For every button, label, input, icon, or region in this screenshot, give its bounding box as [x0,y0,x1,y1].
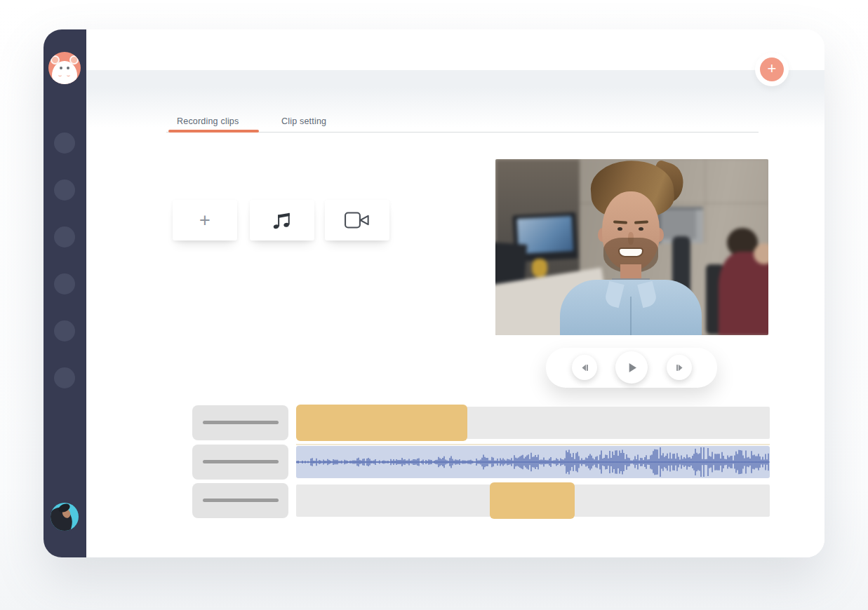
label-placeholder-bar [203,460,279,463]
sidebar-nav-item-1[interactable] [54,133,75,154]
video-preview[interactable] [495,159,768,335]
logo-face [52,61,77,84]
user-avatar[interactable] [51,503,79,531]
track-3-clip[interactable] [490,482,575,519]
track-2-label[interactable] [192,445,288,480]
sidebar-nav-item-5[interactable] [54,320,75,341]
plus-icon: + [760,57,784,81]
logo-eye [60,67,62,69]
logo-eye [67,67,69,69]
music-note-icon [270,208,294,232]
next-frame-button[interactable] [667,355,692,380]
audio-waveform [296,446,770,478]
logo-nostril [58,74,62,76]
play-icon [625,361,639,374]
label-placeholder-bar [203,421,279,424]
sidebar-nav-item-3[interactable] [54,226,75,248]
step-back-icon [580,362,590,373]
main-content: + Recording clips Clip setting + [86,29,824,557]
logo-nostril [67,74,70,76]
track-1-clip[interactable] [296,405,467,441]
add-video-button[interactable] [325,200,389,240]
track-3-label[interactable] [192,483,288,518]
active-tab-indicator [168,130,259,133]
add-music-button[interactable] [250,200,314,240]
plus-icon: + [199,211,211,230]
tab-clip-setting[interactable]: Clip setting [281,116,326,126]
track-2-audio-clip[interactable] [296,446,770,478]
tab-recording-clips[interactable]: Recording clips [177,116,239,126]
add-fab-button[interactable]: + [755,53,789,86]
presenter-man [495,159,768,335]
page-background: + Recording clips Clip setting + [0,0,868,610]
sidebar-nav-item-4[interactable] [54,273,75,294]
track-1-label[interactable] [192,405,288,440]
sidebar [44,29,86,557]
previous-frame-button[interactable] [572,355,597,380]
sidebar-nav-item-6[interactable] [54,367,75,388]
video-camera-icon [343,210,371,231]
play-button[interactable] [615,351,648,384]
step-forward-icon [674,362,685,373]
app-logo monkey-logo-icon[interactable] [48,52,81,84]
add-clip-button[interactable]: + [173,200,237,240]
sidebar-nav-item-2[interactable] [54,179,75,201]
playback-controls [546,348,717,388]
app-window: + Recording clips Clip setting + [44,29,824,557]
label-placeholder-bar [203,499,279,502]
